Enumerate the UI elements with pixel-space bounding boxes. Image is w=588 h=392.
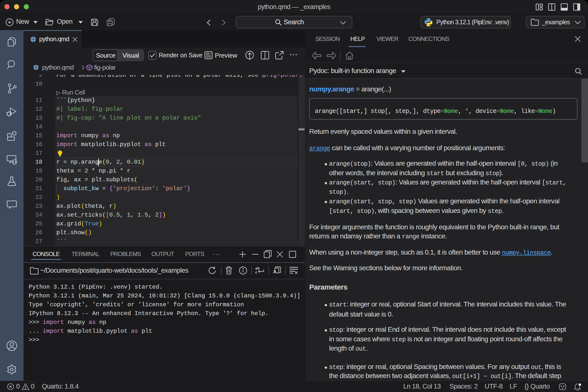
svg-text:ab: ab — [255, 266, 260, 270]
svg-text:c: c — [255, 270, 258, 274]
